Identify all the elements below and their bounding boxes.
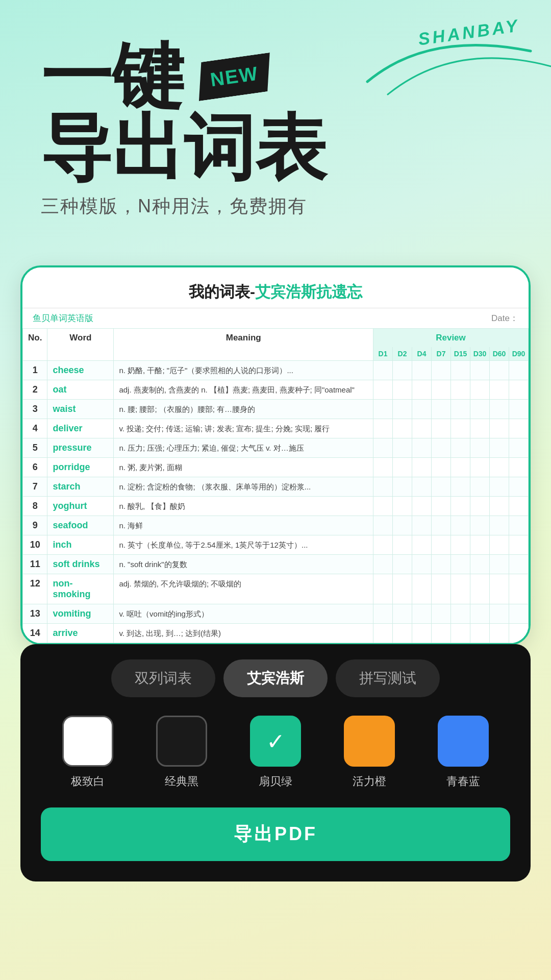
export-pdf-button[interactable]: 导出PDF: [41, 807, 510, 861]
sub-d90: D90: [509, 347, 529, 361]
vocab-table: No. Word Meaning Review D1 D2 D4 D7 D15 …: [22, 328, 529, 643]
cell-d2: [393, 516, 412, 535]
cell-d30: [470, 516, 490, 535]
tab-row: 双列词表 艾宾浩斯 拼写测试: [41, 659, 510, 697]
cell-meaning: n. "soft drink"的复数: [114, 555, 373, 574]
table-row: 10 inch n. 英寸（长度单位, 等于2.54厘米, 1英尺等于12英寸）…: [23, 535, 529, 555]
cell-d1: [373, 624, 393, 643]
table-row: 6 porridge n. 粥, 麦片粥, 面糊: [23, 458, 529, 477]
sub-d1: D1: [373, 347, 393, 361]
cell-d15: [451, 535, 470, 555]
cell-d7: [432, 574, 451, 604]
cell-d90: [509, 604, 529, 624]
cell-d7: [432, 400, 451, 419]
card-meta: 鱼贝单词英语版 Date：: [22, 308, 529, 328]
color-orange[interactable]: 活力橙: [344, 716, 395, 789]
cell-meaning: n. 压力; 压强; 心理压力; 紧迫, 催促; 大气压 v. 对…施压: [114, 438, 373, 458]
cell-d1: [373, 535, 393, 555]
cell-d7: [432, 535, 451, 555]
cell-d1: [373, 438, 393, 458]
cell-d60: [490, 535, 509, 555]
cell-d2: [393, 361, 412, 380]
title-row: 一键 NEW: [41, 41, 520, 112]
col-meaning: Meaning: [114, 329, 373, 348]
cell-no: 4: [23, 419, 47, 438]
cell-word: inch: [47, 535, 114, 555]
cell-meaning: n. 海鲜: [114, 516, 373, 535]
color-green[interactable]: ✓ 扇贝绿: [250, 716, 301, 789]
cell-word: pressure: [47, 438, 114, 458]
cell-d60: [490, 419, 509, 438]
cell-d1: [373, 477, 393, 497]
cell-d90: [509, 458, 529, 477]
hero-section: SHANBAY 一键 NEW 导出词表 三种模版，N种用法，免费拥有: [0, 0, 551, 255]
label-blue: 青春蓝: [446, 774, 480, 789]
cell-d7: [432, 497, 451, 516]
cell-d30: [470, 380, 490, 400]
cell-no: 11: [23, 555, 47, 574]
label-orange: 活力橙: [353, 774, 386, 789]
tab-dual[interactable]: 双列词表: [111, 659, 215, 697]
table-row: 5 pressure n. 压力; 压强; 心理压力; 紧迫, 催促; 大气压 …: [23, 438, 529, 458]
cell-no: 7: [23, 477, 47, 497]
cell-d15: [451, 497, 470, 516]
cell-meaning: n. 粥, 麦片粥, 面糊: [114, 458, 373, 477]
cell-d2: [393, 555, 412, 574]
table-row: 1 cheese n. 奶酪, 干酪; "厄子"（要求照相的人说的口形词）...: [23, 361, 529, 380]
cell-no: 12: [23, 574, 47, 604]
cell-d90: [509, 516, 529, 535]
cell-d15: [451, 400, 470, 419]
cell-d90: [509, 574, 529, 604]
table-row: 8 yoghurt n. 酸乳, 【食】酸奶: [23, 497, 529, 516]
check-icon: ✓: [252, 717, 299, 765]
cell-no: 13: [23, 604, 47, 624]
cell-d2: [393, 497, 412, 516]
cell-d60: [490, 400, 509, 419]
cell-d15: [451, 624, 470, 643]
cell-d4: [412, 380, 432, 400]
cell-d4: [412, 477, 432, 497]
cell-d90: [509, 555, 529, 574]
cell-d7: [432, 419, 451, 438]
cell-d4: [412, 624, 432, 643]
cell-no: 9: [23, 516, 47, 535]
color-white[interactable]: 极致白: [62, 716, 113, 789]
cell-d2: [393, 458, 412, 477]
cell-no: 1: [23, 361, 47, 380]
color-black[interactable]: 经典黑: [156, 716, 207, 789]
cell-d15: [451, 555, 470, 574]
cell-d30: [470, 477, 490, 497]
cell-meaning: n. 腰; 腰部; （衣服的）腰部; 有…腰身的: [114, 400, 373, 419]
cell-meaning: adj. 燕麦制的, 含燕麦的 n. 【植】燕麦; 燕麦田, 燕麦种子; 同"o…: [114, 380, 373, 400]
cell-meaning: n. 奶酪, 干酪; "厄子"（要求照相的人说的口形词）...: [114, 361, 373, 380]
label-green: 扇贝绿: [259, 774, 292, 789]
swatch-white: [62, 716, 113, 767]
cell-d2: [393, 624, 412, 643]
cell-meaning: n. 英寸（长度单位, 等于2.54厘米, 1英尺等于12英寸）...: [114, 535, 373, 555]
cell-d60: [490, 477, 509, 497]
table-row: 14 arrive v. 到达, 出现, 到…; 达到(结果): [23, 624, 529, 643]
table-row: 3 waist n. 腰; 腰部; （衣服的）腰部; 有…腰身的: [23, 400, 529, 419]
cell-d30: [470, 624, 490, 643]
cell-meaning: v. 呕吐（vomit的ing形式）: [114, 604, 373, 624]
cell-d4: [412, 535, 432, 555]
cell-d60: [490, 438, 509, 458]
color-blue[interactable]: 青春蓝: [438, 716, 489, 789]
tab-ebbinghaus[interactable]: 艾宾浩斯: [223, 659, 328, 697]
col-word: Word: [47, 329, 114, 348]
sub-word: [47, 347, 114, 361]
cell-word: deliver: [47, 419, 114, 438]
col-review: Review: [373, 329, 529, 348]
cell-d4: [412, 438, 432, 458]
table-row: 4 deliver v. 投递; 交付; 传送; 运输; 讲; 发表; 宣布; …: [23, 419, 529, 438]
cell-d90: [509, 400, 529, 419]
vocab-card: 我的词表-艾宾浩斯抗遗忘 鱼贝单词英语版 Date： No. Word Mean…: [20, 265, 531, 645]
cell-no: 3: [23, 400, 47, 419]
cell-d15: [451, 361, 470, 380]
cell-d60: [490, 555, 509, 574]
cell-d90: [509, 477, 529, 497]
card-title: 我的词表-艾宾浩斯抗遗忘: [38, 282, 513, 303]
cell-d2: [393, 574, 412, 604]
tab-spelling[interactable]: 拼写测试: [336, 659, 440, 697]
table-header-sub: D1 D2 D4 D7 D15 D30 D60 D90: [23, 347, 529, 361]
